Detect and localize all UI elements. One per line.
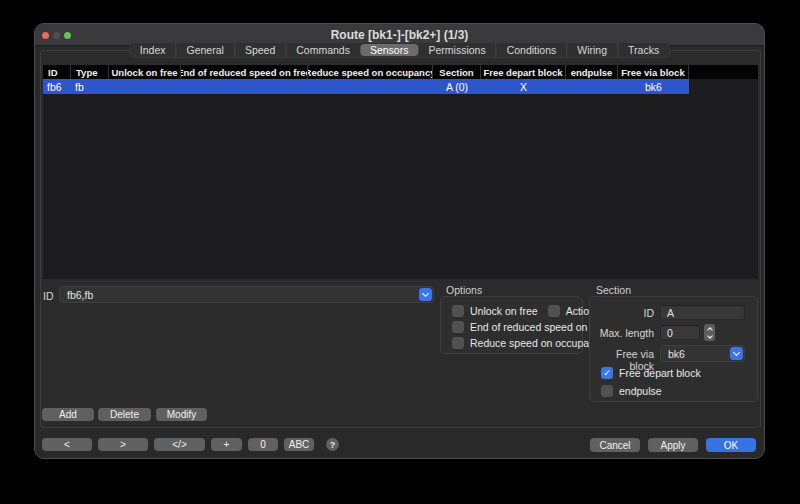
abc-button[interactable]: ABC: [284, 438, 314, 451]
ok-button[interactable]: OK: [706, 438, 756, 452]
section-group-title: Section: [596, 284, 631, 296]
cell-section: A (0): [433, 81, 481, 93]
reduce-occupancy-checkbox[interactable]: ✓: [452, 337, 464, 349]
column-header-reduce-speed-occupancy[interactable]: Reduce speed on occupancy: [308, 65, 433, 79]
free-depart-block-checkbox[interactable]: ✓: [601, 367, 613, 379]
cell-id: fb6: [43, 81, 71, 93]
sensors-table: ID Type Unlock on free End of reduced sp…: [43, 65, 758, 279]
tab-index[interactable]: Index: [130, 43, 176, 57]
column-header-end-reduced-speed[interactable]: End of reduced speed on free: [181, 65, 308, 79]
stepper-up-icon[interactable]: [707, 327, 713, 333]
next-button[interactable]: >: [98, 438, 148, 451]
end-reduced-label: End of reduced speed on free: [470, 321, 608, 333]
section-id-value: A: [661, 307, 674, 319]
column-header-id[interactable]: ID: [43, 65, 71, 79]
max-length-field[interactable]: 0: [660, 325, 700, 340]
column-header-free-depart-block[interactable]: Free depart block: [481, 65, 566, 79]
modify-button[interactable]: Modify: [156, 408, 207, 421]
code-view-button[interactable]: </>: [154, 438, 205, 451]
section-id-field[interactable]: A: [660, 305, 745, 320]
zero-button[interactable]: 0: [248, 438, 278, 451]
cancel-button[interactable]: Cancel: [590, 438, 640, 452]
tab-conditions[interactable]: Conditions: [496, 43, 567, 57]
table-row[interactable]: fb6 fb A (0) X bk6: [43, 79, 689, 94]
free-via-block-value: bk6: [661, 348, 730, 360]
actions-checkbox[interactable]: ✓: [548, 305, 560, 317]
cell-free-via-block: bk6: [618, 81, 689, 93]
add-button[interactable]: Add: [42, 408, 94, 421]
plus-button[interactable]: +: [211, 438, 242, 451]
reduce-occupancy-option[interactable]: ✓ Reduce speed on occupancy: [452, 337, 582, 349]
free-depart-block-option[interactable]: ✓ Free depart block: [601, 367, 701, 379]
tab-speed[interactable]: Speed: [234, 43, 285, 57]
free-depart-block-label: Free depart block: [619, 367, 701, 379]
column-header-unlock-on-free[interactable]: Unlock on free: [109, 65, 181, 79]
tab-wiring[interactable]: Wiring: [566, 43, 617, 57]
column-header-endpulse[interactable]: endpulse: [566, 65, 618, 79]
route-dialog-window: Route [bk1-]-[bk2+] (1/3) Index General …: [34, 23, 765, 459]
free-via-block-dropdown-arrow-icon[interactable]: [730, 347, 743, 360]
unlock-on-free-label: Unlock on free: [470, 305, 538, 317]
delete-button[interactable]: Delete: [98, 408, 151, 421]
max-length-value: 0: [661, 327, 673, 339]
column-header-type[interactable]: Type: [71, 65, 109, 79]
window-title: Route [bk1-]-[bk2+] (1/3): [35, 28, 764, 42]
unlock-on-free-option[interactable]: ✓ Unlock on free: [452, 305, 538, 317]
column-header-section[interactable]: Section: [433, 65, 481, 79]
options-groupbox: ✓ Unlock on free ✓ Actions ✓ End of redu…: [440, 296, 583, 354]
cell-type: fb: [71, 81, 109, 93]
id-combobox-dropdown-arrow-icon[interactable]: [419, 288, 432, 301]
endpulse-option[interactable]: ✓ endpulse: [601, 385, 662, 397]
unlock-on-free-checkbox[interactable]: ✓: [452, 305, 464, 317]
endpulse-checkbox[interactable]: ✓: [601, 385, 613, 397]
section-id-label: ID: [590, 307, 654, 319]
free-via-block-combobox[interactable]: bk6: [660, 345, 745, 362]
tab-commands[interactable]: Commands: [285, 43, 360, 57]
apply-button[interactable]: Apply: [648, 438, 698, 452]
max-length-stepper[interactable]: [704, 324, 715, 341]
tab-sensors[interactable]: Sensors: [360, 44, 419, 56]
stepper-down-icon[interactable]: [707, 333, 713, 339]
id-field-label: ID: [43, 290, 54, 302]
prev-button[interactable]: <: [42, 438, 92, 451]
options-group-title: Options: [446, 284, 482, 296]
cell-free-depart: X: [481, 81, 566, 93]
section-groupbox: ID A Max. length 0 Free via block bk6 ✓ …: [589, 296, 758, 402]
end-reduced-option[interactable]: ✓ End of reduced speed on free: [452, 321, 582, 333]
column-header-free-via-block[interactable]: Free via block: [618, 65, 689, 79]
reduce-occupancy-label: Reduce speed on occupancy: [470, 337, 605, 349]
help-button[interactable]: ?: [326, 438, 339, 451]
id-combobox-value: fb6,fb: [60, 289, 419, 301]
tab-permissions[interactable]: Permissions: [418, 43, 495, 57]
endpulse-label: endpulse: [619, 385, 662, 397]
tab-bar: Index General Speed Commands Sensors Per…: [129, 42, 670, 58]
end-reduced-checkbox[interactable]: ✓: [452, 321, 464, 333]
column-header-filler: [689, 65, 758, 79]
table-header: ID Type Unlock on free End of reduced sp…: [43, 65, 758, 79]
max-length-label: Max. length: [590, 327, 654, 339]
tab-tracks[interactable]: Tracks: [617, 43, 669, 57]
id-combobox[interactable]: fb6,fb: [59, 286, 434, 303]
tab-general[interactable]: General: [176, 43, 234, 57]
